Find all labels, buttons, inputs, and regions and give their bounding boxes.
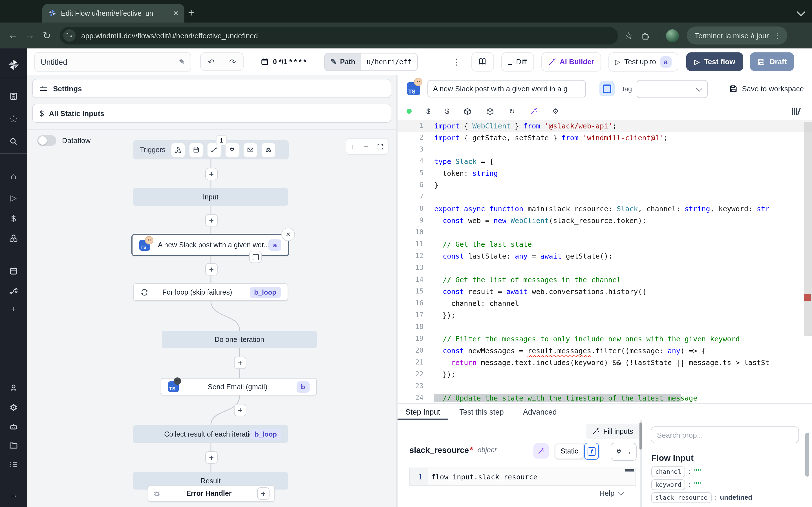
code-line-24[interactable]: 24 // Update the state with the timestam… [398, 392, 812, 403]
undo-button[interactable]: ↶ [201, 53, 221, 70]
package-icon[interactable] [464, 107, 472, 115]
code-line-6[interactable]: 6} [398, 179, 812, 191]
flow-input-prop-keyword[interactable]: keyword:"" [651, 480, 752, 490]
ai-assist-wand-icon[interactable] [530, 107, 538, 115]
tab-step-input[interactable]: Step Input [405, 404, 440, 420]
insert-step-button[interactable]: + [234, 356, 246, 369]
insert-step-button[interactable]: + [205, 214, 218, 226]
sidebar-item-schedules[interactable] [0, 263, 27, 279]
sidebar-item-runs[interactable]: ▷ [0, 189, 27, 206]
code-line-11[interactable]: 11 // Get the last state [398, 238, 812, 250]
url-bar[interactable]: app.windmill.dev/flows/edit/u/henri/effe… [60, 27, 618, 44]
primary-schedule[interactable]: 0 */1 * * * * [260, 57, 306, 66]
node-error-handler[interactable]: Error Handler + [148, 485, 274, 502]
ai-builder-button[interactable]: AI Builder [541, 52, 601, 71]
code-line-3[interactable]: 3 [398, 144, 812, 156]
code-line-20[interactable]: 20 const newMessages = result.messages.f… [398, 345, 812, 356]
edit-name-pencil-icon[interactable]: ✎ [179, 57, 185, 66]
draft-button[interactable]: Draft [750, 52, 794, 71]
prop-name-pill[interactable]: keyword [651, 479, 686, 490]
pin-step-button[interactable] [249, 251, 262, 263]
code-line-23[interactable]: 23 [398, 380, 812, 392]
sidebar-item-search[interactable] [0, 133, 27, 150]
sidebar-item-variables[interactable]: $ [0, 210, 27, 226]
back-icon[interactable]: ← [4, 27, 21, 44]
extensions-puzzle-icon[interactable] [637, 27, 654, 44]
help-link[interactable]: Help [599, 489, 623, 497]
connect-input-button[interactable]: → [611, 443, 637, 461]
script-library-icon[interactable] [792, 107, 800, 115]
sidebar-item-audit-logs[interactable] [0, 456, 27, 473]
code-line-4[interactable]: 4type Slack = { [398, 156, 812, 167]
new-tab-button[interactable]: + [183, 5, 199, 21]
sidebar-item-triggers[interactable] [0, 283, 27, 300]
code-line-18[interactable]: 18 [398, 321, 812, 333]
editor-scrollbar[interactable] [804, 122, 812, 336]
flow-input-prop-channel[interactable]: channel:"" [651, 466, 752, 476]
more-options-kebab-icon[interactable]: ⋮ [453, 57, 461, 67]
insert-step-button[interactable]: + [205, 451, 218, 464]
tab-close-icon[interactable]: ✕ [173, 9, 179, 17]
tab-search-chevron-icon[interactable] [797, 8, 805, 16]
editor-settings-gear-icon[interactable]: ⚙ [552, 107, 559, 115]
props-scrollbar[interactable] [805, 433, 809, 476]
add-error-handler-button[interactable]: + [257, 487, 269, 500]
code-line-17[interactable]: 17 }); [398, 309, 812, 321]
search-prop-input[interactable]: Search prop... [651, 427, 799, 443]
bookmark-star-icon[interactable]: ☆ [620, 27, 637, 44]
sidebar-item-account[interactable] [0, 380, 27, 397]
sidebar-item-workers[interactable] [0, 418, 27, 435]
arg-ai-wand-button[interactable] [534, 443, 549, 459]
code-line-19[interactable]: 19 // Filter the messages to only includ… [398, 333, 812, 345]
code-line-13[interactable]: 13 [398, 262, 812, 274]
browser-tab[interactable]: Edit Flow u/henri/effective_un ✕ [42, 4, 185, 22]
code-line-1[interactable]: 1import { WebClient } from '@slack/web-a… [398, 120, 812, 132]
fill-inputs-button[interactable]: Fill inputs [586, 424, 640, 439]
delete-step-button[interactable]: ✕ [282, 228, 295, 241]
sidebar-item-home[interactable]: ⌂ [0, 168, 27, 185]
tab-test-this-step[interactable]: Test this step [459, 404, 504, 420]
sidebar-item-settings[interactable]: ⚙ [0, 399, 27, 416]
code-editor[interactable]: 1import { WebClient } from '@slack/web-a… [398, 120, 812, 403]
sidebar-item-resources[interactable] [0, 230, 27, 247]
code-line-16[interactable]: 16 channel: channel [398, 297, 812, 309]
prop-name-pill[interactable]: slack_resource [651, 492, 711, 503]
browser-menu-icon[interactable]: ⋮ [773, 31, 781, 40]
divider-scrollbar-thumb[interactable] [640, 422, 642, 450]
path-chip-label-seg[interactable]: ✎ Path [325, 53, 361, 70]
code-line-8[interactable]: 8export async function main(slack_resour… [398, 203, 812, 215]
code-line-7[interactable]: 7 [398, 191, 812, 203]
variables-icon[interactable]: $ [426, 107, 430, 115]
sidebar-item-favorites[interactable]: ☆ [0, 110, 27, 127]
step-summary-input[interactable]: A new Slack post with a given word in a … [427, 80, 586, 98]
code-line-12[interactable]: 12 const lastState: any = await getState… [398, 250, 812, 262]
reload-deps-icon[interactable]: ↻ [509, 107, 515, 115]
schedule-count-badge[interactable]: 1 [216, 135, 227, 145]
insert-step-button[interactable]: + [205, 263, 218, 276]
code-line-10[interactable]: 10 [398, 226, 812, 238]
code-line-9[interactable]: 9 const web = new WebClient(slack_resour… [398, 215, 812, 226]
test-flow-button[interactable]: ▷ Test flow [686, 52, 743, 71]
tab-advanced[interactable]: Advanced [523, 404, 557, 420]
forward-icon[interactable]: → [21, 27, 38, 44]
code-line-2[interactable]: 2import { getState, setState } from 'win… [398, 132, 812, 144]
static-variables-icon[interactable]: $ [445, 107, 449, 115]
profile-avatar[interactable] [666, 29, 679, 42]
code-line-15[interactable]: 15 const result = await web.conversation… [398, 286, 812, 297]
code-line-5[interactable]: 5 token: string [398, 167, 812, 179]
editor-window-button[interactable] [599, 81, 615, 96]
node-slack-step[interactable]: TS A new Slack post with a given wor... … [132, 234, 289, 256]
insert-step-button[interactable]: + [205, 168, 218, 180]
browser-update-button[interactable]: Terminer la mise à jour ⋮ [687, 26, 787, 45]
save-to-workspace-button[interactable]: Save to workspace [729, 84, 804, 93]
path-chip[interactable]: ✎ Path u/henri/eff [324, 53, 417, 71]
static-mode-option[interactable]: Static [555, 444, 583, 459]
redo-button[interactable]: ↷ [221, 53, 243, 70]
prop-name-pill[interactable]: channel [651, 466, 686, 477]
insert-step-button[interactable]: + [234, 404, 246, 416]
sidebar-item-add[interactable]: + [0, 301, 27, 318]
code-line-14[interactable]: 14 // Get the list of messages in the ch… [398, 274, 812, 286]
sidebar-item-workspace[interactable] [0, 88, 27, 105]
site-settings-icon[interactable] [63, 29, 75, 42]
sidebar-item-folders[interactable] [0, 437, 27, 454]
